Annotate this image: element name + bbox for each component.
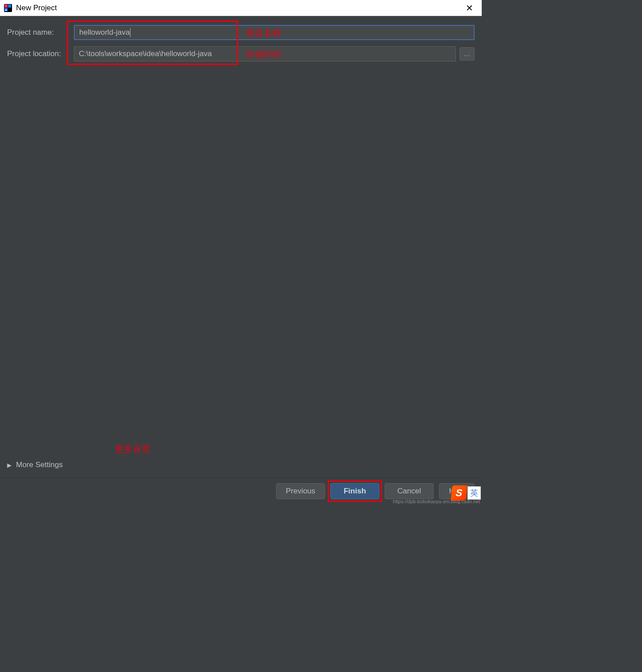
project-name-label: Project name: (7, 28, 74, 37)
svg-rect-3 (4, 8, 8, 11)
ime-mode: 英 (467, 486, 481, 500)
content-area: Project name: helloworld-java 项目名称 Proje… (0, 16, 482, 477)
project-name-row: Project name: helloworld-java (7, 25, 475, 40)
annotation-project-name: 项目名称 (246, 27, 281, 39)
window-title: New Project (16, 4, 460, 12)
annotation-storage: 存储空间 (246, 49, 281, 61)
close-button[interactable]: ✕ (460, 0, 478, 16)
more-settings-toggle[interactable]: ▶ More Settings (7, 460, 63, 469)
project-location-row: Project location: C:\tools\workspace\ide… (7, 46, 475, 61)
browse-button[interactable]: ... (459, 47, 475, 61)
project-location-value: C:\tools\workspace\idea\helloworld-java (79, 49, 212, 58)
more-settings-label: More Settings (16, 460, 63, 469)
intellij-icon (4, 4, 12, 12)
cancel-button[interactable]: Cancel (385, 483, 434, 499)
svg-rect-2 (8, 4, 11, 8)
project-name-value: helloworld-java (79, 28, 130, 37)
text-cursor (130, 28, 130, 37)
previous-button[interactable]: Previous (276, 483, 325, 499)
chevron-right-icon: ▶ (7, 462, 12, 468)
project-location-label: Project location: (7, 49, 74, 58)
finish-button[interactable]: Finish (330, 483, 379, 499)
svg-rect-4 (5, 10, 7, 11)
svg-rect-1 (4, 4, 8, 8)
sogou-logo-icon: S (451, 485, 467, 501)
ime-indicator[interactable]: S 英 (451, 485, 482, 501)
annotation-more-settings: 更多设置 (115, 443, 150, 455)
titlebar: New Project ✕ (0, 0, 482, 16)
